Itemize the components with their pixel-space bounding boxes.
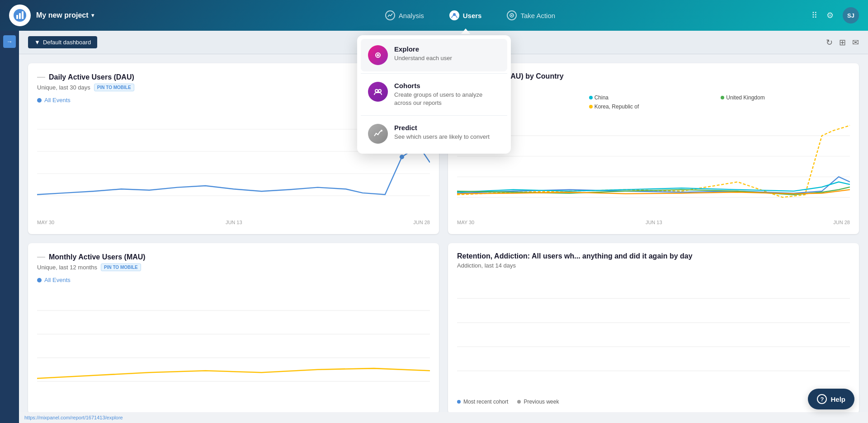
retention-title-text: Retention, Addiction: All users wh... an… bbox=[457, 252, 693, 260]
mau-chart-area bbox=[37, 287, 430, 405]
mau-pin-badge[interactable]: PIN TO MOBILE bbox=[101, 263, 141, 271]
nav-take-action-label: Take Action bbox=[520, 12, 555, 19]
nav-item-users[interactable]: Users bbox=[437, 7, 495, 24]
sidebar: → bbox=[0, 31, 19, 423]
explore-title: Explore bbox=[394, 45, 452, 53]
nav-analysis-label: Analysis bbox=[399, 12, 424, 19]
project-name-text: My new project bbox=[36, 11, 89, 19]
uk-dot bbox=[721, 96, 724, 99]
country-x-jun28: JUN 28 bbox=[833, 220, 850, 225]
retention-legend: Most recent cohort Previous week bbox=[457, 399, 850, 405]
header: My new project ▾ Analysis Users bbox=[0, 0, 868, 31]
dau-subtitle-text: Unique, last 30 days bbox=[37, 84, 90, 91]
nav-item-analysis[interactable]: Analysis bbox=[373, 7, 437, 24]
mau-subtitle: Unique, last 12 months PIN TO MOBILE bbox=[37, 263, 430, 271]
status-url: https://mixpanel.com/report/1671413/expl… bbox=[24, 415, 123, 420]
cohorts-description: Create groups of users to analyze across… bbox=[394, 91, 500, 107]
svg-rect-0 bbox=[16, 15, 18, 19]
logo-inner bbox=[14, 9, 26, 22]
legend-prev-week: Previous week bbox=[517, 399, 559, 405]
retention-subtitle: Addiction, last 14 days bbox=[457, 262, 850, 269]
x-label-jun13: JUN 13 bbox=[226, 220, 242, 225]
cohorts-icon-wrap bbox=[368, 82, 388, 102]
explore-description: Understand each user bbox=[394, 54, 452, 62]
dau-country-chart-area bbox=[457, 115, 850, 218]
project-chevron-icon: ▾ bbox=[91, 12, 94, 19]
retention-card: Retention, Addiction: All users wh... an… bbox=[448, 243, 859, 414]
mail-icon[interactable]: ✉ bbox=[852, 38, 859, 47]
mau-svg bbox=[37, 287, 430, 405]
dropdown-item-cohorts[interactable]: Cohorts Create groups of users to analyz… bbox=[361, 75, 507, 113]
all-events-dot bbox=[37, 98, 42, 103]
svg-point-10 bbox=[400, 155, 404, 159]
dashboard-button[interactable]: ▼ Default dashboard bbox=[28, 36, 97, 48]
status-bar: https://mixpanel.com/report/1671413/expl… bbox=[19, 412, 868, 423]
svg-point-26 bbox=[375, 89, 378, 92]
users-dropdown: Explore Understand each user Cohorts Cre… bbox=[357, 35, 511, 154]
mau-subtitle-text: Unique, last 12 months bbox=[37, 264, 97, 271]
layout-icon[interactable]: ⊞ bbox=[839, 38, 846, 47]
all-events-label: All Events bbox=[44, 97, 71, 103]
dropdown-item-predict[interactable]: Predict See which users are likely to co… bbox=[361, 118, 507, 150]
predict-text: Predict See which users are likely to co… bbox=[394, 124, 490, 141]
country-tags: United States China United Kingdom Austr… bbox=[457, 94, 850, 110]
dropdown-item-explore[interactable]: Explore Understand each user bbox=[361, 39, 507, 71]
mau-title-text: Monthly Active Users (MAU) bbox=[49, 253, 146, 261]
dau-country-x-labels: MAY 30 JUN 13 JUN 28 bbox=[457, 220, 850, 225]
mau-events-label: All Events bbox=[44, 277, 71, 283]
prev-week-label: Previous week bbox=[524, 399, 559, 405]
dashboard-pin-icon: ▼ bbox=[34, 39, 40, 46]
most-recent-label: Most recent cohort bbox=[463, 399, 508, 405]
svg-rect-2 bbox=[22, 11, 24, 19]
country-china: China bbox=[589, 94, 718, 101]
svg-point-27 bbox=[378, 89, 381, 92]
take-action-icon bbox=[507, 10, 517, 20]
dropdown-divider-2 bbox=[361, 115, 507, 116]
header-right: ⠿ ⚙ SJ bbox=[805, 7, 859, 24]
sidebar-toggle[interactable]: → bbox=[3, 35, 16, 48]
most-recent-dot bbox=[457, 400, 461, 404]
dau-country-title: Active Users (DAU) by Country bbox=[457, 72, 850, 80]
retention-subtitle-text: Addiction, last 14 days bbox=[457, 262, 516, 269]
cohorts-title: Cohorts bbox=[394, 82, 500, 89]
avatar[interactable]: SJ bbox=[843, 7, 859, 24]
mau-dash-icon: — bbox=[37, 252, 45, 262]
help-button[interactable]: ? Help bbox=[808, 389, 854, 409]
avatar-initials: SJ bbox=[847, 12, 854, 19]
china-label: China bbox=[594, 94, 609, 101]
grid-icon[interactable]: ⠿ bbox=[811, 10, 817, 20]
nav-users-label: Users bbox=[463, 12, 482, 19]
x-label-may: MAY 30 bbox=[37, 220, 54, 225]
cohorts-text: Cohorts Create groups of users to analyz… bbox=[394, 82, 500, 107]
project-name[interactable]: My new project ▾ bbox=[36, 11, 94, 19]
retention-chart-area bbox=[457, 274, 850, 395]
predict-title: Predict bbox=[394, 124, 490, 132]
country-uk: United Kingdom bbox=[721, 94, 850, 101]
legend-most-recent: Most recent cohort bbox=[457, 399, 508, 405]
dau-country-svg bbox=[457, 115, 850, 218]
svg-point-5 bbox=[511, 15, 513, 16]
dau-country-subtitle: last 0 days bbox=[457, 82, 850, 89]
predict-description: See which users are likely to convert bbox=[394, 133, 490, 141]
mau-all-events[interactable]: All Events bbox=[37, 277, 430, 283]
refresh-icon[interactable]: ↻ bbox=[826, 38, 833, 47]
users-icon bbox=[449, 10, 459, 20]
x-label-jun28: JUN 28 bbox=[413, 220, 430, 225]
help-icon-text: ? bbox=[821, 396, 824, 403]
svg-rect-1 bbox=[19, 13, 21, 19]
svg-point-28 bbox=[381, 130, 382, 132]
nav-item-take-action[interactable]: Take Action bbox=[494, 7, 568, 24]
analysis-icon bbox=[385, 10, 395, 20]
mau-title: — Monthly Active Users (MAU) bbox=[37, 252, 430, 262]
settings-icon[interactable]: ⚙ bbox=[826, 10, 834, 20]
korea-label: Korea, Republic of bbox=[594, 103, 639, 110]
dashboard-label: Default dashboard bbox=[43, 39, 91, 46]
country-korea: Korea, Republic of bbox=[589, 103, 718, 110]
retention-title: Retention, Addiction: All users wh... an… bbox=[457, 252, 850, 260]
predict-icon-wrap bbox=[368, 124, 388, 144]
china-dot bbox=[589, 96, 593, 99]
korea-dot bbox=[589, 105, 593, 108]
header-left: My new project ▾ bbox=[9, 5, 136, 26]
explore-icon-wrap bbox=[368, 45, 388, 65]
dau-pin-badge[interactable]: PIN TO MOBILE bbox=[94, 84, 134, 91]
